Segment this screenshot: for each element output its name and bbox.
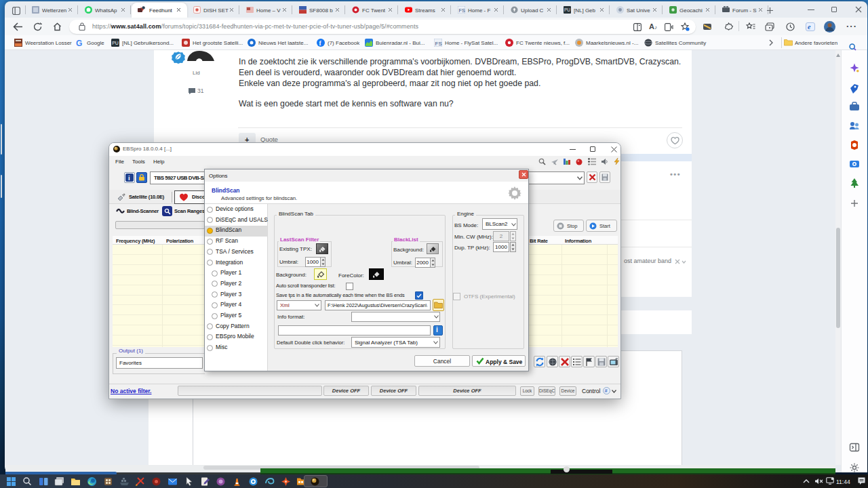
- svg-text:G: G: [76, 39, 82, 47]
- svg-text:PU: PU: [564, 7, 570, 12]
- svg-text:e: e: [808, 23, 811, 30]
- svg-text:PU: PU: [112, 41, 119, 45]
- svg-text:#: #: [605, 388, 608, 393]
- svg-text:FS: FS: [458, 7, 465, 14]
- svg-text:FS: FS: [435, 41, 442, 47]
